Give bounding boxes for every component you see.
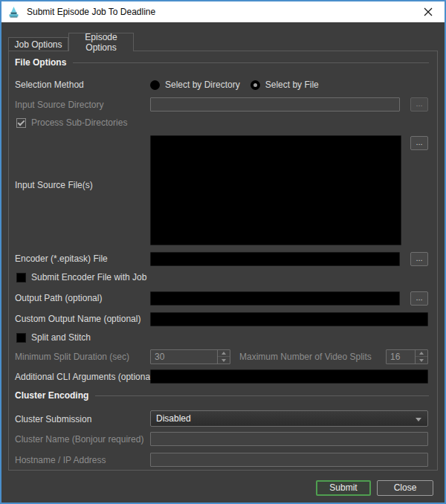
max-video-splits-spinner: 16 (386, 349, 428, 364)
close-icon (424, 7, 433, 16)
radio-select-by-directory[interactable] (150, 80, 160, 90)
additional-cli-args-label: Additional CLI Arguments (optional) (15, 371, 155, 383)
input-source-directory-field (150, 97, 400, 112)
spinner-up-icon (218, 350, 230, 357)
input-source-files-browse-button[interactable]: ... (410, 136, 428, 150)
dialog-window: Submit Episode Job To Deadline Job Optio… (0, 0, 446, 504)
group-divider (73, 62, 429, 63)
group-title: File Options (15, 57, 66, 68)
hostname-label: Hostname / IP Address (15, 454, 106, 466)
close-window-button[interactable] (416, 3, 440, 21)
cluster-name-field (150, 432, 428, 446)
output-path-label: Output Path (optional) (15, 292, 102, 304)
submit-encoder-file-label: Submit Encoder File with Job (31, 271, 146, 283)
selection-method-radios: Select by Directory Select by File (150, 79, 329, 91)
custom-output-name-field[interactable] (150, 312, 428, 326)
radio-select-by-file[interactable] (251, 80, 260, 90)
submit-encoder-file-row: Submit Encoder File with Job (16, 271, 146, 283)
radio-label-select-by-directory[interactable]: Select by Directory (165, 80, 240, 90)
episode-options-panel: File Options Selection Method Select by … (8, 51, 438, 471)
output-path-field[interactable] (150, 291, 400, 306)
cluster-submission-label: Cluster Submission (15, 413, 91, 425)
submit-encoder-file-checkbox[interactable] (16, 273, 26, 282)
cluster-name-label: Cluster Name (Bonjour required) (15, 433, 143, 445)
selection-method-label: Selection Method (15, 79, 84, 91)
radio-label-select-by-file[interactable]: Select by File (265, 80, 319, 90)
split-and-stitch-checkbox[interactable] (16, 333, 26, 343)
output-path-browse-button[interactable]: ... (410, 291, 428, 306)
chevron-down-icon (416, 418, 421, 421)
custom-output-name-label: Custom Output Name (optional) (15, 313, 140, 325)
tab-episode-options[interactable]: Episode Options (68, 33, 134, 51)
close-button[interactable]: Close (377, 480, 433, 496)
max-video-splits-label: Maximum Number of Video Splits (239, 351, 372, 363)
input-source-directory-label: Input Source Directory (15, 99, 103, 111)
spinner-down-icon (416, 357, 427, 364)
tab-job-options[interactable]: Job Options (8, 37, 68, 51)
encoder-file-label: Encoder (*.epitask) File (15, 253, 108, 265)
split-and-stitch-row: Split and Stitch (16, 332, 91, 343)
submit-button[interactable]: Submit (316, 480, 371, 496)
spinner-up-icon (416, 350, 427, 357)
input-source-files-label: Input Source File(s) (15, 179, 93, 191)
group-divider (95, 395, 429, 396)
min-split-duration-label: Minimum Split Duration (sec) (15, 351, 129, 363)
min-split-duration-value: 30 (155, 352, 164, 362)
group-header-file-options: File Options (15, 56, 429, 68)
process-subdirectories-row: Process Sub-Directories (16, 117, 127, 129)
spinner-down-icon (218, 357, 230, 364)
process-subdirectories-label: Process Sub-Directories (31, 117, 127, 129)
input-source-directory-browse-button: ... (410, 97, 428, 112)
cluster-submission-dropdown[interactable]: Disabled (150, 410, 428, 427)
title-bar: Submit Episode Job To Deadline (1, 1, 445, 22)
group-title: Cluster Encoding (15, 390, 88, 401)
spinner-buttons (415, 350, 427, 364)
group-header-cluster-encoding: Cluster Encoding (15, 390, 429, 401)
additional-cli-args-field[interactable] (150, 369, 428, 384)
input-source-files-list[interactable] (150, 135, 401, 245)
min-split-duration-spinner: 30 (150, 349, 230, 364)
cluster-submission-value: Disabled (156, 413, 191, 424)
process-subdirectories-checkbox (16, 118, 26, 128)
window-title: Submit Episode Job To Deadline (27, 7, 155, 17)
max-video-splits-value: 16 (390, 352, 400, 362)
deadline-app-icon (7, 6, 20, 19)
hostname-field (150, 453, 428, 467)
encoder-file-browse-button[interactable]: ... (410, 252, 428, 266)
split-and-stitch-label: Split and Stitch (31, 332, 91, 343)
spinner-buttons (217, 350, 230, 364)
encoder-file-field[interactable] (150, 252, 400, 266)
